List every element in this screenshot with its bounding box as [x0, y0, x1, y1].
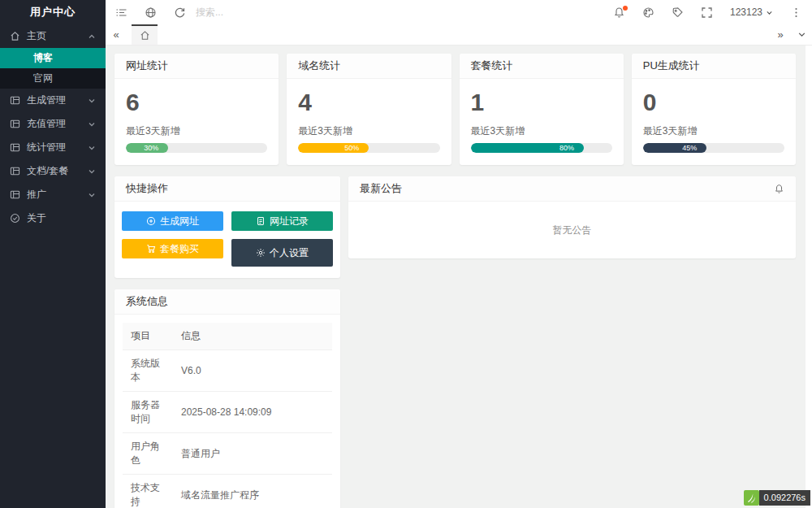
- sidebar-item-stats-mgmt[interactable]: 统计管理: [0, 136, 106, 159]
- app-title: 用户中心: [0, 0, 106, 24]
- column-header: 信息: [173, 323, 332, 350]
- document-icon: [256, 216, 266, 226]
- stat-card-domain: 域名统计 4 最近3天新增 50%: [287, 54, 451, 165]
- progress-bar: 45%: [643, 143, 784, 153]
- notification-dot: [623, 6, 628, 11]
- layout-icon: [10, 95, 20, 106]
- content-area: 网址统计 6 最近3天新增 30% 域名统计 4 最近3天新增: [106, 46, 812, 508]
- table-row: 技术支持 域名流量推广程序: [123, 475, 332, 508]
- app-window: 用户中心 主页 博客 官网: [0, 0, 812, 508]
- home-submenu: 博客 官网: [0, 48, 106, 89]
- user-menu[interactable]: 123123: [730, 7, 773, 18]
- stat-subtitle: 最近3天新增: [643, 124, 784, 138]
- tab-home[interactable]: [132, 24, 158, 45]
- tabbar-right-controls: »: [770, 24, 812, 45]
- system-info-card: 系统信息 项目 信息 系统版本: [114, 289, 340, 508]
- chevron-down-icon: [88, 191, 96, 199]
- sidebar-item-home[interactable]: 主页: [0, 24, 106, 48]
- chevron-down-icon: [88, 120, 96, 128]
- layout-icon: [10, 189, 20, 200]
- scrollbar-track[interactable]: [806, 46, 812, 508]
- tabs-scroll-right-icon[interactable]: »: [770, 28, 791, 41]
- layout-icon: [10, 166, 20, 176]
- cart-icon: [146, 244, 156, 254]
- bell-icon[interactable]: [774, 184, 784, 194]
- top-toolbar: 123123: [106, 0, 812, 24]
- username: 123123: [730, 7, 762, 18]
- progress-bar: 80%: [471, 143, 612, 153]
- sidebar-item-recharge-mgmt[interactable]: 充值管理: [0, 112, 106, 136]
- layout-icon: [10, 142, 20, 153]
- tab-bar: « »: [106, 24, 812, 46]
- sidebar-item-docs-packages[interactable]: 文档/套餐: [0, 159, 106, 183]
- toolbar-right-group: 123123: [613, 7, 802, 19]
- sidebar-item-promotion[interactable]: 推广: [0, 183, 106, 206]
- search-input[interactable]: [196, 7, 285, 18]
- sidebar-item-label: 文档/套餐: [27, 164, 88, 178]
- stat-value: 1: [471, 89, 612, 116]
- submenu-item-label: 博客: [33, 51, 53, 65]
- stat-card-package: 套餐统计 1 最近3天新增 80%: [460, 54, 624, 165]
- more-vert-icon[interactable]: [790, 7, 802, 19]
- stat-value: 4: [298, 89, 439, 116]
- card-title: 域名统计: [298, 59, 439, 73]
- fullscreen-icon[interactable]: [701, 7, 713, 19]
- sidebar-menu: 主页 博客 官网 生成管理: [0, 24, 106, 508]
- home-icon: [140, 30, 150, 41]
- refresh-icon[interactable]: [174, 7, 186, 19]
- third-row: 系统信息 项目 信息 系统版本: [114, 289, 796, 508]
- stats-row: 网址统计 6 最近3天新增 30% 域名统计 4 最近3天新增: [114, 54, 796, 165]
- quick-actions-card: 快捷操作 生成网址 网址记录 套餐购买: [114, 176, 340, 278]
- globe-icon[interactable]: [145, 7, 157, 19]
- sidebar-item-about[interactable]: 关于: [0, 206, 106, 230]
- menu-toggle-icon[interactable]: [115, 7, 127, 19]
- table-row: 系统版本 V6.0: [123, 350, 332, 392]
- card-title: PU生成统计: [643, 59, 784, 73]
- sidebar-item-generate-mgmt[interactable]: 生成管理: [0, 89, 106, 112]
- chevron-down-icon: [88, 167, 96, 176]
- thinkphp-logo-icon[interactable]: [744, 490, 759, 506]
- sidebar-item-label: 关于: [27, 211, 96, 225]
- sidebar-item-label: 充值管理: [27, 117, 88, 131]
- palette-icon[interactable]: [642, 7, 654, 19]
- sidebar-item-label: 统计管理: [27, 141, 88, 154]
- progress-fill: 45%: [643, 143, 706, 153]
- home-icon: [10, 31, 20, 41]
- stat-card-url: 网址统计 6 最近3天新增 30%: [114, 54, 279, 165]
- sidebar-item-label: 主页: [27, 29, 88, 43]
- table-row: 用户角色 普通用户: [123, 433, 332, 475]
- caret-down-icon: [766, 9, 773, 16]
- chevron-down-icon: [88, 144, 96, 152]
- check-circle-icon: [10, 213, 20, 224]
- sidebar-subitem-blog[interactable]: 博客: [0, 48, 106, 68]
- trace-widget: 0.092276s: [744, 490, 810, 506]
- table-row: 服务器时间 2025-08-28 14:09:09: [123, 392, 332, 433]
- personal-settings-button[interactable]: 个人设置: [231, 239, 333, 267]
- announcement-card: 最新公告 暂无公告: [348, 176, 796, 258]
- second-row: 快捷操作 生成网址 网址记录 套餐购买: [114, 176, 796, 278]
- bell-icon[interactable]: [613, 7, 625, 19]
- stat-card-pu-generation: PU生成统计 0 最近3天新增 45%: [632, 54, 796, 165]
- tabs-menu-icon[interactable]: [791, 30, 812, 39]
- toolbar-left-group: [115, 7, 186, 19]
- submenu-item-label: 官网: [33, 72, 53, 85]
- page-load-time-badge: 0.092276s: [759, 490, 810, 506]
- announcement-empty-text: 暂无公告: [348, 202, 796, 258]
- tabs-scroll-left-icon[interactable]: «: [106, 24, 127, 45]
- column-header: 项目: [123, 323, 173, 350]
- card-title: 系统信息: [126, 294, 329, 309]
- progress-fill: 30%: [126, 143, 168, 153]
- card-title: 最新公告: [360, 181, 774, 196]
- url-records-button[interactable]: 网址记录: [231, 211, 333, 231]
- stat-subtitle: 最近3天新增: [126, 124, 267, 138]
- sidebar-item-label: 生成管理: [27, 93, 88, 107]
- card-title: 套餐统计: [471, 59, 612, 73]
- sidebar-subitem-official-site[interactable]: 官网: [0, 68, 106, 89]
- progress-fill: 80%: [471, 143, 584, 153]
- tag-icon[interactable]: [672, 7, 684, 19]
- buy-package-button[interactable]: 套餐购买: [122, 239, 223, 258]
- generate-url-button[interactable]: 生成网址: [122, 211, 223, 231]
- stat-value: 6: [126, 89, 267, 116]
- system-info-table: 项目 信息 系统版本 V6.0 服务器时间: [123, 323, 332, 508]
- stat-subtitle: 最近3天新增: [298, 124, 439, 138]
